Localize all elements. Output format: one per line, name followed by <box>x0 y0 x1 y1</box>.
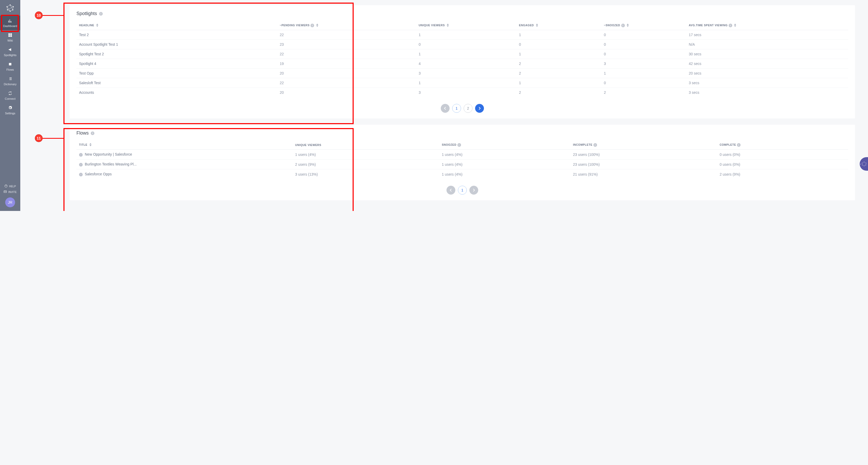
cell-unique: 1 <box>416 78 517 88</box>
sort-icon <box>96 24 98 27</box>
invite-label: INVITE <box>8 191 17 194</box>
info-icon[interactable]: i <box>457 143 461 147</box>
cell-unique: 2 users (9%) <box>292 160 439 169</box>
col-title[interactable]: TITLE <box>76 140 292 150</box>
table-row[interactable]: ›Salesforce Opps3 users (13%)1 users (4%… <box>76 169 848 179</box>
cell-unique: 3 users (13%) <box>292 169 439 179</box>
page-1-button[interactable]: 1 <box>452 104 461 113</box>
info-icon[interactable]: i <box>99 12 103 15</box>
cell-headline: Spotlight 4 <box>76 59 277 69</box>
page-prev-button[interactable] <box>441 104 450 113</box>
table-row[interactable]: Test Opp2032120 secs <box>76 69 848 78</box>
cell-engaged: 1 <box>517 78 601 88</box>
info-icon[interactable]: i <box>593 143 597 147</box>
page-prev-button[interactable] <box>446 186 455 195</box>
sidebar-item-label: Settings <box>5 112 16 115</box>
annotation-badge-11: 11 <box>35 134 43 142</box>
chevron-right-icon: › <box>79 163 83 167</box>
sidebar-item-dashboard[interactable]: Dashboard <box>0 15 20 30</box>
cell-pending: 20 <box>277 69 416 78</box>
table-row[interactable]: Test 22211017 secs <box>76 30 848 40</box>
page-1-button[interactable]: 1 <box>458 186 467 195</box>
table-row[interactable]: Spotlight 41942342 secs <box>76 59 848 69</box>
sidebar-item-spotlights[interactable]: Spotlights <box>0 45 20 59</box>
col-unique[interactable]: UNIQUE VIEWERS <box>416 21 517 30</box>
sort-icon <box>447 24 449 27</box>
table-row[interactable]: Spotlight Test 22211030 secs <box>76 49 848 59</box>
cell-snoozed: 3 <box>601 59 686 69</box>
svg-rect-8 <box>8 35 10 37</box>
col-snoozed[interactable]: ~SNOOZED i <box>601 21 686 30</box>
info-icon[interactable]: i <box>728 24 732 27</box>
cell-engaged: 1 <box>517 49 601 59</box>
col-engaged[interactable]: ENGAGED <box>517 21 601 30</box>
cell-pending: 20 <box>277 88 416 97</box>
sidebar-item-connect[interactable]: Connect <box>0 88 20 103</box>
info-icon[interactable]: i <box>91 131 94 135</box>
col-avg[interactable]: AVG.TIME SPENT VIEWING i <box>686 21 848 30</box>
col-complete[interactable]: COMPLETE i <box>717 140 848 150</box>
svg-rect-9 <box>10 35 12 37</box>
chevron-right-icon: › <box>79 153 83 157</box>
col-snoozed[interactable]: SNOOZED i <box>439 140 570 150</box>
mail-icon <box>4 190 7 194</box>
cell-unique: 3 <box>416 88 517 97</box>
cell-engaged: 2 <box>517 88 601 97</box>
info-icon[interactable]: i <box>737 143 741 147</box>
table-row[interactable]: ›Burlington Textiles Weaving Pl...2 user… <box>76 160 848 169</box>
cell-unique: 1 users (4%) <box>292 150 439 160</box>
cell-title: ›New Opportunity | Salesforce <box>76 150 292 160</box>
cell-avg: 3 secs <box>686 78 848 88</box>
annotation-badge-10: 10 <box>35 11 43 19</box>
help-link[interactable]: HELP <box>4 185 16 188</box>
avatar[interactable]: JR <box>5 197 15 207</box>
col-unique[interactable]: UNIQUE VIEWERS <box>292 140 439 150</box>
svg-rect-6 <box>8 33 10 35</box>
flows-table: TITLE UNIQUE VIEWERS SNOOZED i INCOMPLET… <box>76 140 848 179</box>
page-next-button[interactable] <box>469 186 478 195</box>
table-row[interactable]: Account Spotlight Test 123000N/A <box>76 40 848 49</box>
sidebar-item-label: Dictionary <box>4 82 17 86</box>
cell-incomplete: 23 users (100%) <box>570 160 717 169</box>
table-row[interactable]: ›New Opportunity | Salesforce1 users (4%… <box>76 150 848 160</box>
sidebar-item-settings[interactable]: Settings <box>0 103 20 118</box>
sidebar-item-label: Connect <box>5 97 16 100</box>
help-label: HELP <box>9 185 16 188</box>
cell-unique: 1 <box>416 30 517 40</box>
avatar-initials: JR <box>8 200 12 204</box>
cell-complete: 0 users (0%) <box>717 150 848 160</box>
sidebar-item-wiki[interactable]: Wiki <box>0 30 20 45</box>
sidebar-item-dictionary[interactable]: Dictionary <box>0 74 20 88</box>
square-icon <box>8 62 12 67</box>
sidebar-item-label: Wiki <box>7 39 13 42</box>
cell-title: ›Burlington Textiles Weaving Pl... <box>76 160 292 169</box>
sidebar-item-label: Flows <box>6 68 14 71</box>
cell-unique: 3 <box>416 69 517 78</box>
cell-incomplete: 21 users (91%) <box>570 169 717 179</box>
page-next-button[interactable] <box>475 104 484 113</box>
invite-link[interactable]: INVITE <box>4 190 17 194</box>
cell-pending: 22 <box>277 78 416 88</box>
info-icon[interactable]: i <box>310 24 314 27</box>
chevron-right-icon: › <box>79 173 83 176</box>
col-headline[interactable]: HEADLINE <box>76 21 277 30</box>
sidebar-item-label: Spotlights <box>4 54 17 57</box>
cell-headline: Salesloft Test <box>76 78 277 88</box>
megaphone-icon <box>8 47 12 52</box>
cell-snoozed: 1 users (4%) <box>439 160 570 169</box>
sidebar-item-flows[interactable]: Flows <box>0 59 20 74</box>
cell-pending: 19 <box>277 59 416 69</box>
cell-avg: 42 secs <box>686 59 848 69</box>
widget-tab[interactable]: ‹ <box>860 157 868 171</box>
annotation-line-11 <box>43 138 63 139</box>
page-2-button[interactable]: 2 <box>464 104 472 113</box>
cell-pending: 22 <box>277 49 416 59</box>
col-incomplete[interactable]: INCOMPLETE i <box>570 140 717 150</box>
cell-engaged: 1 <box>517 30 601 40</box>
table-row[interactable]: Accounts203223 secs <box>76 88 848 97</box>
col-pending[interactable]: ~PENDING VIEWERS i <box>277 21 416 30</box>
cell-snoozed: 1 users (4%) <box>439 169 570 179</box>
annotation-line-10 <box>43 15 63 16</box>
info-icon[interactable]: i <box>621 24 625 27</box>
table-row[interactable]: Salesloft Test221103 secs <box>76 78 848 88</box>
